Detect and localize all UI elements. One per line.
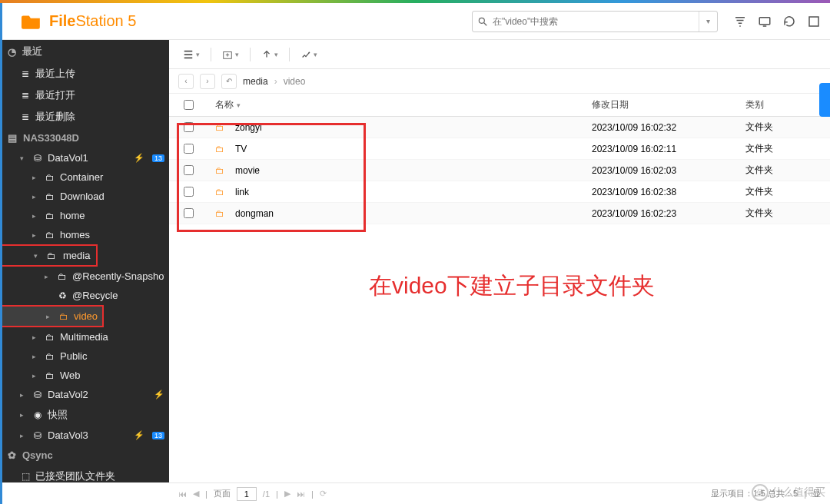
file-type: 文件夹 xyxy=(745,207,830,220)
table-row[interactable]: 🗀zongyi 2023/10/09 16:02:32 文件夹 xyxy=(169,117,830,138)
folder-icon: 🗀 xyxy=(215,144,224,154)
upload-button[interactable]: ▾ xyxy=(257,46,283,63)
search-dropdown[interactable]: ▾ xyxy=(699,12,717,32)
file-type: 文件夹 xyxy=(745,121,830,134)
file-date: 2023/10/09 16:02:32 xyxy=(592,122,745,133)
sidebar-item-recent-upload[interactable]: ≣最近上传 xyxy=(0,63,169,85)
column-type[interactable]: 类别 xyxy=(745,98,830,111)
file-type: 文件夹 xyxy=(745,164,830,177)
folder-icon: 🗀 xyxy=(215,122,224,133)
select-all-checkbox[interactable] xyxy=(184,100,194,110)
row-checkbox[interactable] xyxy=(184,165,194,175)
sidebar-item-web[interactable]: ▸🗀Web xyxy=(0,366,169,385)
svg-rect-5 xyxy=(809,17,818,26)
breadcrumb-bar: ‹ › ↶ media › video xyxy=(169,69,830,94)
filter-icon[interactable] xyxy=(733,15,747,28)
file-type: 文件夹 xyxy=(745,185,830,198)
nav-forward-button[interactable]: › xyxy=(200,74,215,89)
search-box[interactable]: ▾ xyxy=(472,11,718,32)
sidebar-item-download[interactable]: ▸🗀Download xyxy=(0,187,169,206)
page-refresh-button[interactable]: ⟳ xyxy=(320,489,327,499)
file-name: TV xyxy=(235,144,247,154)
watermark-icon: 值 xyxy=(752,484,769,501)
app-logo: FileStation 5 xyxy=(22,12,136,30)
sidebar-item-container[interactable]: ▸🗀Container xyxy=(0,167,169,187)
toolbar: ▾ ▾ ▾ ▾ xyxy=(169,40,830,69)
footer-bar: ⏮ ◀ | 页面 /1 | ▶ ⏭ | ⟳ 显示项目：1-5 总共：5 | 显 xyxy=(169,482,830,504)
page-label: 页面 xyxy=(214,488,231,499)
sidebar-item-datavol2[interactable]: ▸⛁DataVol2⚡ xyxy=(0,385,169,404)
sidebar-item-home[interactable]: ▸🗀home xyxy=(0,206,169,225)
file-name: link xyxy=(235,187,249,197)
folder-logo-icon xyxy=(22,13,42,30)
folder-icon: 🗀 xyxy=(215,187,224,197)
row-checkbox[interactable] xyxy=(184,122,194,132)
file-date: 2023/10/09 16:02:03 xyxy=(592,165,745,176)
folder-icon: 🗀 xyxy=(215,208,224,219)
search-icon xyxy=(473,16,493,27)
app-title: FileStation 5 xyxy=(49,12,136,30)
row-checkbox[interactable] xyxy=(184,208,194,218)
nav-back-button[interactable]: ‹ xyxy=(178,74,194,89)
page-input[interactable] xyxy=(237,487,257,501)
file-date: 2023/10/09 16:02:38 xyxy=(592,187,745,197)
sidebar-item-datavol1[interactable]: ▾⛁DataVol1⚡13 xyxy=(0,148,169,167)
file-rows: 🗀zongyi 2023/10/09 16:02:32 文件夹 🗀TV 2023… xyxy=(169,117,830,224)
view-mode-button[interactable]: ▾ xyxy=(178,46,204,63)
sidebar-item-datavol3[interactable]: ▸⛁DataVol3⚡13 xyxy=(0,426,169,445)
search-input[interactable] xyxy=(493,16,699,27)
svg-line-2 xyxy=(484,22,487,25)
sidebar-group-nas: ▤NAS33048D xyxy=(0,128,169,148)
sidebar-item-media[interactable]: ▾🗀media xyxy=(0,244,98,267)
file-name: movie xyxy=(235,165,260,176)
content-area: ▾ ▾ ▾ ▾ ‹ › ↶ media › video 名称▾ 修改日期 类别 … xyxy=(169,40,830,482)
page-next-button[interactable]: ▶ xyxy=(284,489,290,499)
create-button[interactable]: ▾ xyxy=(217,46,244,63)
refresh-icon[interactable] xyxy=(782,15,796,28)
sidebar-item-snapshot[interactable]: ▸◉快照 xyxy=(0,404,169,426)
column-date[interactable]: 修改日期 xyxy=(592,98,745,111)
sidebar-item-team-folder[interactable]: ⬚已接受团队文件夹 xyxy=(0,466,169,482)
page-prev-button[interactable]: ◀ xyxy=(193,489,199,499)
column-name[interactable]: 名称▾ xyxy=(208,98,592,111)
more-actions-button[interactable]: ▾ xyxy=(296,46,322,63)
page-first-button[interactable]: ⏮ xyxy=(178,489,187,499)
display-icon[interactable] xyxy=(758,15,772,28)
window-left-accent xyxy=(0,3,2,504)
svg-point-7 xyxy=(309,51,310,53)
settings-icon[interactable] xyxy=(807,15,821,28)
annotation-text: 在video下建立子目录文件夹 xyxy=(369,270,655,302)
sidebar-item-recent-delete[interactable]: ≣最近删除 xyxy=(0,106,169,128)
table-row[interactable]: 🗀movie 2023/10/09 16:02:03 文件夹 xyxy=(169,160,830,181)
sidebar-item-video[interactable]: ▸🗀video xyxy=(0,305,104,327)
folder-icon: 🗀 xyxy=(215,165,224,176)
svg-point-1 xyxy=(479,18,484,23)
sidebar-group-qsync: ✿Qsync xyxy=(0,445,169,466)
side-panel-tab[interactable] xyxy=(819,83,830,117)
table-row[interactable]: 🗀link 2023/10/09 16:02:38 文件夹 xyxy=(169,181,830,203)
nav-up-button[interactable]: ↶ xyxy=(221,74,237,89)
sidebar-item-multimedia[interactable]: ▸🗀Multimedia xyxy=(0,327,169,346)
file-date: 2023/10/09 16:02:11 xyxy=(592,144,745,154)
file-name: zongyi xyxy=(235,122,262,133)
table-header: 名称▾ 修改日期 类别 xyxy=(169,94,830,117)
sidebar-group-recent: ◔最近 xyxy=(0,40,169,63)
file-type: 文件夹 xyxy=(745,142,830,155)
sidebar-item-recent-open[interactable]: ≣最近打开 xyxy=(0,85,169,106)
file-name: dongman xyxy=(235,208,274,219)
row-checkbox[interactable] xyxy=(184,187,194,197)
sidebar: ◔最近 ≣最近上传 ≣最近打开 ≣最近删除 ▤NAS33048D ▾⛁DataV… xyxy=(0,40,169,482)
sidebar-item-public[interactable]: ▸🗀Public xyxy=(0,346,169,366)
table-row[interactable]: 🗀TV 2023/10/09 16:02:11 文件夹 xyxy=(169,138,830,160)
sidebar-item-homes[interactable]: ▸🗀homes xyxy=(0,225,169,244)
row-checkbox[interactable] xyxy=(184,144,194,154)
breadcrumb-root[interactable]: media xyxy=(243,76,268,87)
table-row[interactable]: 🗀dongman 2023/10/09 16:02:23 文件夹 xyxy=(169,203,830,224)
svg-rect-3 xyxy=(759,17,770,24)
chevron-right-icon: › xyxy=(274,76,277,87)
breadcrumb-current: video xyxy=(284,76,306,87)
watermark: 值 什么值得买 xyxy=(752,484,825,501)
sidebar-item-recycle[interactable]: ♻@Recycle xyxy=(0,286,169,305)
sidebar-item-recently-snapshot[interactable]: ▸🗀@Recently-Snapshot xyxy=(0,267,169,286)
page-last-button[interactable]: ⏭ xyxy=(297,489,305,499)
